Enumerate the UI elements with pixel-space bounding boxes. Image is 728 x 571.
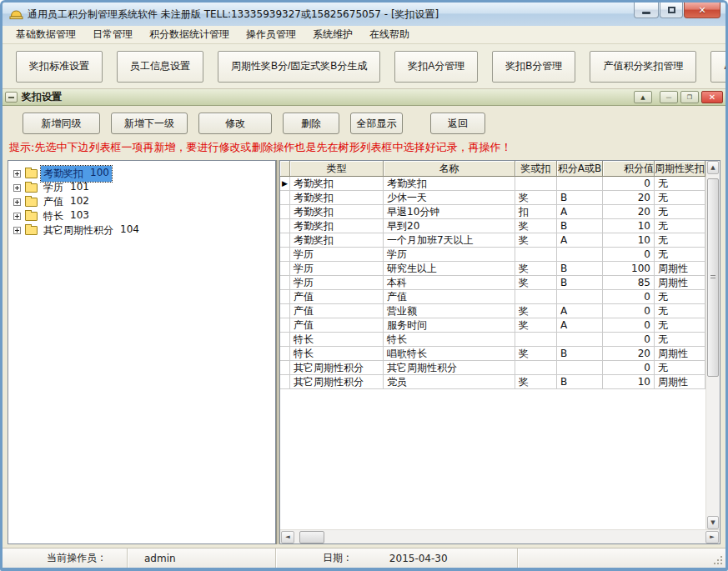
resize-grip-icon[interactable] bbox=[714, 556, 723, 565]
menu-item-operator[interactable]: 操作员管理 bbox=[238, 25, 304, 44]
table-cell: 唱歌特长 bbox=[384, 347, 515, 360]
toolbar-button-a-query-stats[interactable]: A分查询统计 bbox=[710, 51, 728, 83]
header-points-a-or-b[interactable]: 积分A或B bbox=[557, 161, 603, 177]
table-row[interactable]: 考勤奖扣一个月加班7天以上奖A10无 bbox=[280, 233, 705, 248]
table-cell bbox=[515, 177, 557, 190]
table-row[interactable]: 其它周期性积分党员奖B10周期性 bbox=[280, 375, 705, 389]
table-cell: 10 bbox=[603, 233, 655, 247]
header-type[interactable]: 类型 bbox=[290, 161, 384, 177]
toolbar-button-reward-standard[interactable]: 奖扣标准设置 bbox=[16, 51, 103, 83]
row-indicator-cell bbox=[280, 233, 290, 247]
table-cell: A bbox=[557, 205, 603, 218]
table-row[interactable]: 产值服务时间奖A0无 bbox=[280, 318, 705, 333]
row-indicator-cell bbox=[280, 290, 290, 303]
show-all-button[interactable]: 全部显示 bbox=[350, 113, 403, 134]
mdi-close-button[interactable]: ✕ bbox=[701, 91, 723, 103]
tree-item[interactable]: 产值102 bbox=[8, 195, 275, 209]
table-row[interactable]: 特长唱歌特长奖B20周期性 bbox=[280, 347, 705, 361]
table-row[interactable]: ▶考勤奖扣考勤奖扣0无 bbox=[280, 177, 705, 191]
table-cell: 党员 bbox=[384, 375, 515, 388]
menu-item-daily[interactable]: 日常管理 bbox=[84, 25, 141, 44]
tree-item[interactable]: 学历101 bbox=[8, 181, 275, 195]
tree-item[interactable]: 考勤奖扣100 bbox=[8, 167, 275, 181]
table-row[interactable]: 学历研究生以上奖B100周期性 bbox=[280, 262, 705, 276]
status-operator-label-section: 当前操作员 : bbox=[3, 548, 128, 568]
category-tree[interactable]: 考勤奖扣100学历101产值102特长103其它周期性积分104 bbox=[8, 160, 276, 544]
header-periodic[interactable]: 周期性奖扣 bbox=[655, 161, 705, 177]
mdi-rollup-button[interactable]: ▲ bbox=[634, 91, 652, 103]
toolbar-button-reward-a-manage[interactable]: 奖扣A分管理 bbox=[394, 51, 478, 83]
add-sibling-button[interactable]: 新增同级 bbox=[23, 113, 100, 134]
menu-item-statistics[interactable]: 积分数据统计管理 bbox=[141, 25, 238, 44]
window-minimize-button[interactable] bbox=[634, 3, 659, 18]
tree-item-label[interactable]: 其它周期性积分104 bbox=[41, 223, 142, 238]
modify-button[interactable]: 修改 bbox=[198, 113, 272, 134]
table-cell: 20 bbox=[603, 191, 655, 204]
table-cell: 考勤奖扣 bbox=[290, 219, 384, 233]
scroll-left-button[interactable]: ◄ bbox=[281, 531, 294, 543]
horizontal-scrollbar[interactable]: ◄ ► bbox=[280, 529, 720, 543]
toolbar-button-periodic-b-generate[interactable]: 周期性奖B分/固定式奖B分生成 bbox=[218, 51, 380, 83]
maximize-icon bbox=[668, 7, 675, 13]
horizontal-scroll-track[interactable] bbox=[295, 531, 705, 543]
grid-header: 类型 名称 奖或扣 积分A或B 积分值 周期性奖扣 bbox=[280, 161, 705, 177]
add-child-button[interactable]: 新增下一级 bbox=[111, 113, 188, 134]
tree-expand-icon[interactable] bbox=[13, 184, 21, 192]
date-value: 2015-04-30 bbox=[389, 553, 448, 564]
menu-item-maintenance[interactable]: 系统维护 bbox=[304, 25, 361, 44]
table-row[interactable]: 其它周期性积分其它周期性积分0无 bbox=[280, 361, 705, 375]
current-row-arrow-icon: ▶ bbox=[282, 180, 288, 188]
scroll-down-button[interactable]: ▼ bbox=[707, 516, 719, 529]
table-cell: 0 bbox=[603, 290, 655, 303]
table-row[interactable]: 产值营业额奖A0无 bbox=[280, 304, 705, 318]
window-maximize-button[interactable] bbox=[660, 3, 683, 18]
table-cell: 奖 bbox=[515, 375, 557, 388]
mdi-maximize-button[interactable]: ❒ bbox=[680, 91, 699, 103]
menu-item-help[interactable]: 在线帮助 bbox=[361, 25, 418, 44]
menu-item-base-data[interactable]: 基础数据管理 bbox=[8, 25, 84, 44]
toolbar: 奖扣标准设置 员工信息设置 周期性奖B分/固定式奖B分生成 奖扣A分管理 奖扣B… bbox=[3, 44, 725, 89]
header-name[interactable]: 名称 bbox=[384, 161, 515, 177]
row-indicator-cell bbox=[280, 276, 290, 289]
operator-value: admin bbox=[144, 553, 176, 564]
table-cell: 产值 bbox=[290, 304, 384, 318]
table-row[interactable]: 学历本科奖B85周期性 bbox=[280, 276, 705, 290]
tree-item[interactable]: 其它周期性积分104 bbox=[8, 223, 275, 238]
row-indicator-cell bbox=[280, 262, 290, 275]
table-row[interactable]: 学历学历0无 bbox=[280, 248, 705, 262]
mdi-minimize-button[interactable]: — bbox=[660, 91, 678, 103]
return-button[interactable]: 返回 bbox=[430, 113, 485, 134]
horizontal-scroll-thumb[interactable] bbox=[299, 531, 324, 543]
header-reward-or-deduct[interactable]: 奖或扣 bbox=[515, 161, 557, 177]
vertical-scroll-track[interactable] bbox=[707, 174, 719, 516]
tree-item[interactable]: 特长103 bbox=[8, 209, 275, 223]
tree-expand-icon[interactable] bbox=[13, 170, 21, 178]
tree-expand-icon[interactable] bbox=[13, 198, 21, 206]
tree-expand-icon[interactable] bbox=[13, 213, 21, 220]
scroll-right-button[interactable]: ► bbox=[705, 531, 719, 543]
table-row[interactable]: 考勤奖扣早退10分钟扣A20无 bbox=[280, 205, 705, 219]
table-row[interactable]: 考勤奖扣少休一天奖B20无 bbox=[280, 191, 705, 205]
mdi-system-icon[interactable] bbox=[5, 92, 18, 103]
toolbar-button-reward-b-manage[interactable]: 奖扣B分管理 bbox=[492, 51, 575, 83]
tree-expand-icon[interactable] bbox=[13, 227, 21, 234]
vertical-scroll-thumb[interactable] bbox=[707, 178, 719, 377]
table-cell: A bbox=[557, 318, 603, 332]
toolbar-button-output-points-manage[interactable]: 产值积分奖扣管理 bbox=[590, 51, 696, 83]
delete-button[interactable]: 删除 bbox=[283, 113, 339, 134]
header-points-value[interactable]: 积分值 bbox=[603, 161, 655, 177]
table-row[interactable]: 考勤奖扣早到20奖B10无 bbox=[280, 219, 705, 233]
toolbar-button-employee-info[interactable]: 员工信息设置 bbox=[117, 51, 203, 83]
status-bar: 当前操作员 : admin 日期 : 2015-04-30 bbox=[3, 548, 725, 568]
window-title: 通用员工积分制管理系统软件 未注册版 TELL:13335939327或1582… bbox=[28, 8, 439, 22]
vertical-scrollbar[interactable]: ▲ ▼ bbox=[705, 161, 720, 529]
grid-main: 类型 名称 奖或扣 积分A或B 积分值 周期性奖扣 ▶考勤奖扣考勤奖扣0无考勤奖… bbox=[280, 161, 720, 529]
table-row[interactable]: 特长特长0无 bbox=[280, 333, 705, 347]
date-label: 日期 : bbox=[323, 551, 349, 565]
table-row[interactable]: 产值产值0无 bbox=[280, 290, 705, 304]
scroll-up-button[interactable]: ▲ bbox=[707, 161, 719, 174]
mdi-title-bar: 奖扣设置 ▲ — ❒ ✕ bbox=[3, 89, 725, 106]
window-close-button[interactable]: ✕ bbox=[684, 3, 720, 18]
table-cell bbox=[557, 361, 603, 374]
status-operator-value-section: admin bbox=[128, 548, 276, 568]
